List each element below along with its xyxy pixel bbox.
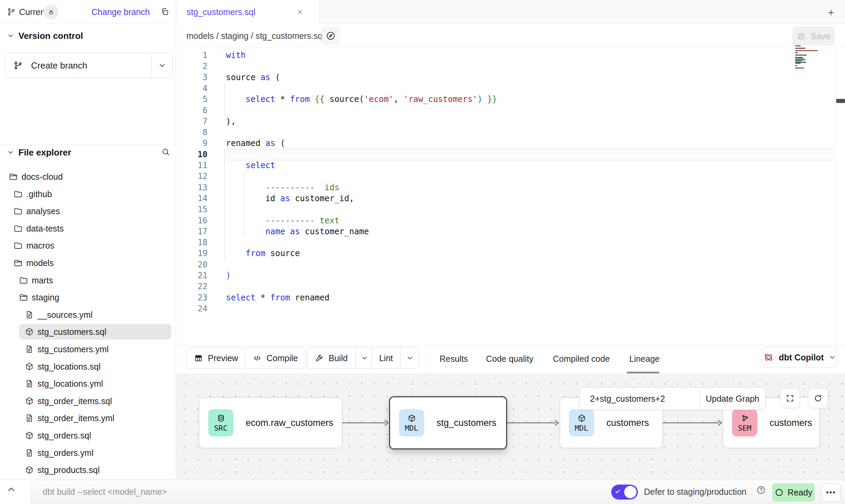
build-wrench-icon	[315, 354, 324, 363]
line-number: 10	[177, 149, 207, 160]
ready-circle-icon	[775, 488, 784, 497]
help-icon[interactable]	[756, 485, 767, 496]
code-line: select * from renamed	[226, 292, 329, 303]
tab-stg-customers-sql[interactable]: stg_customers.sql	[176, 0, 320, 24]
compile-button[interactable]: Compile	[245, 347, 306, 369]
lock-icon	[43, 4, 58, 19]
lint-dropdown[interactable]	[400, 348, 419, 368]
indent-guide	[224, 149, 225, 259]
git-branch-icon	[13, 61, 23, 70]
file-tree-item-analyses[interactable]: analyses	[0, 203, 176, 219]
code-line: with	[226, 50, 246, 61]
file-tree-item-models[interactable]: models	[0, 255, 176, 271]
refresh-button[interactable]	[808, 388, 828, 408]
close-icon[interactable]	[297, 9, 303, 15]
tab-compiled-code[interactable]: Compiled code	[553, 354, 610, 364]
line-number: 9	[177, 138, 207, 149]
file-tree-item--sources-yml[interactable]: __sources.yml	[0, 307, 176, 323]
branch-row: Current Change branch	[0, 0, 176, 24]
compile-code-icon	[253, 354, 262, 363]
lint-button[interactable]: Lint	[371, 347, 419, 369]
model-cube-icon	[25, 431, 34, 440]
lineage-controls: 2+stg_customers+2 Update Graph	[579, 387, 766, 410]
preview-button[interactable]: Preview	[186, 347, 246, 369]
change-branch-link[interactable]: Change branch	[91, 7, 150, 17]
file-tree-item--github[interactable]: .github	[0, 186, 176, 202]
tab-code-quality[interactable]: Code quality	[486, 354, 533, 364]
model-cube-icon	[25, 327, 34, 337]
create-branch-button[interactable]: Create branch	[5, 53, 173, 78]
editor-minimap[interactable]	[794, 45, 819, 68]
build-button[interactable]: Build	[307, 347, 374, 369]
code-line: ),	[226, 116, 236, 127]
file-tree-item-stg-customers-yml[interactable]: stg_customers.yml	[0, 341, 176, 357]
plus-icon[interactable]	[827, 8, 835, 16]
line-number: 22	[177, 281, 207, 292]
lineage-node-ecom-raw-customers[interactable]: SRCecom.raw_customers	[199, 398, 342, 448]
file-tree-item-label: macros	[26, 241, 54, 251]
file-tree-item-label: __sources.yml	[38, 310, 92, 320]
update-graph-button[interactable]: Update Graph	[699, 388, 765, 410]
scrollbar-thumb[interactable]	[836, 99, 845, 103]
breadcrumb: models / staging / stg_customers.sql	[186, 31, 324, 41]
file-tree-item-label: analyses	[26, 206, 60, 216]
line-number: 15	[177, 204, 207, 215]
folder-icon	[19, 276, 28, 285]
build-dropdown[interactable]	[355, 348, 374, 368]
folder-open-icon	[19, 293, 28, 302]
search-icon[interactable]	[161, 147, 170, 157]
chevron-down-icon[interactable]	[7, 149, 14, 156]
file-tree-item-label: stg_orders.sql	[38, 431, 91, 441]
tab-results[interactable]: Results	[440, 354, 468, 364]
chevron-up-icon[interactable]	[6, 484, 18, 496]
file-tree-item-stg-locations-sql[interactable]: stg_locations.sql	[0, 358, 176, 375]
more-options-button[interactable]: •••	[821, 483, 841, 502]
editor-tab-bar: stg_customers.sql	[176, 0, 845, 24]
file-tree-item-stg-orders-sql[interactable]: stg_orders.sql	[0, 427, 176, 444]
lineage-selector-input[interactable]: 2+stg_customers+2	[580, 394, 699, 404]
code-editor[interactable]: 123456789101112131415161718192021222324 …	[176, 48, 845, 345]
file-tree-item-macros[interactable]: macros	[0, 237, 176, 254]
model-cube-icon	[25, 362, 34, 371]
lineage-node-label: customers	[770, 418, 812, 428]
line-number: 4	[177, 83, 207, 94]
fullscreen-button[interactable]	[780, 388, 800, 408]
toggle-knob	[624, 486, 636, 498]
file-tree-item-data-tests[interactable]: data-tests	[0, 220, 176, 237]
tab-lineage[interactable]: Lineage	[629, 354, 660, 364]
file-tree-item-label: stg_orders.yml	[38, 448, 94, 458]
compile-label: Compile	[267, 353, 298, 363]
compass-icon[interactable]	[321, 27, 340, 45]
file-tree-item-marts[interactable]: marts	[0, 272, 176, 288]
file-tree-item-label: docs-cloud	[22, 172, 63, 182]
create-branch-dropdown[interactable]	[151, 53, 172, 78]
file-tree-item-staging[interactable]: staging	[0, 289, 176, 306]
defer-toggle[interactable]	[611, 485, 638, 500]
editor-toolbar: Preview Compile Build Lint	[176, 345, 845, 374]
status-bar: dbt build --select <model_name> Defer to…	[0, 479, 845, 504]
line-number: 14	[177, 193, 207, 204]
line-number: 8	[177, 127, 207, 138]
folder-icon	[13, 189, 23, 199]
lineage-canvas[interactable]: SRCecom.raw_customersMDLstg_customersMDL…	[176, 374, 845, 479]
file-tree-item-stg-products-sql[interactable]: stg_products.sql	[0, 462, 176, 478]
file-tree-item-stg-orders-yml[interactable]: stg_orders.yml	[0, 445, 176, 461]
file-tree-item-stg-customers-sql[interactable]: stg_customers.sql	[0, 324, 176, 340]
model-cube-icon	[25, 465, 34, 475]
document-icon	[25, 379, 34, 388]
file-tree-item-docs-cloud[interactable]: docs-cloud	[0, 168, 176, 185]
chevron-down-icon[interactable]	[7, 32, 14, 40]
lineage-node-stg-customers[interactable]: MDLstg_customers	[389, 396, 507, 449]
command-input[interactable]: dbt build --select <model_name>	[43, 487, 167, 497]
tab-title: stg_customers.sql	[187, 7, 255, 17]
line-number: 3	[177, 72, 207, 83]
line-number: 1	[177, 50, 207, 61]
file-tree-item-stg-locations-yml[interactable]: stg_locations.yml	[0, 375, 176, 392]
save-button[interactable]: Save	[792, 26, 835, 46]
file-tree-item-stg-order-items-yml[interactable]: stg_order_items.yml	[0, 410, 176, 426]
line-number: 17	[177, 226, 207, 237]
file-tree-item-stg-order-items-sql[interactable]: stg_order_items.sql	[0, 393, 176, 409]
dbt-copilot-button[interactable]: dbt Copilot	[762, 347, 837, 368]
copy-icon[interactable]	[160, 7, 170, 16]
chevron-down-icon	[406, 354, 414, 362]
